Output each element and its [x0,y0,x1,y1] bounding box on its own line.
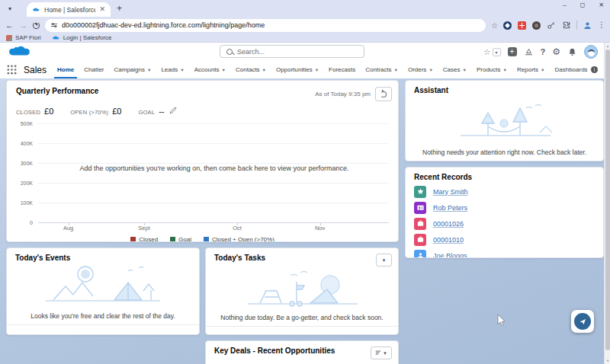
page-scrollbar[interactable]: ▲ ▼ [604,43,610,364]
chevron-down-icon[interactable]: ▼ [541,68,544,72]
bookmark-login-salesforce[interactable]: Login | Salesforce [52,34,112,41]
chat-launcher-button[interactable] [571,310,594,333]
url-text[interactable]: d0o000002fjdhuac-dev-ed.lightning.force.… [62,21,480,29]
nav-tab-accounts[interactable]: Accounts▼ [194,61,226,78]
refresh-icon [380,91,387,97]
performance-stats: CLOSED£0 OPEN (>70%)£0 GOAL-- [7,101,398,116]
nav-tab-opportunities[interactable]: Opportunities▼ [276,61,319,78]
nav-tab-forecasts[interactable]: Forecasts [329,61,355,78]
edit-goal-pencil-icon[interactable] [169,107,177,114]
tab-title: Home | Salesforce [44,6,95,14]
window-maximize-icon[interactable]: ◻ [580,2,586,8]
chevron-down-icon[interactable]: ▼ [147,68,151,72]
tasks-title: Today's Tasks [214,254,265,262]
tasks-empty-message: Nothing due today. Be a go-getter, and c… [206,314,398,326]
nav-tab-chatter[interactable]: Chatter [84,61,104,78]
chevron-down-icon[interactable]: ▼ [315,68,319,72]
chart-x-axis: Aug Sept Oct Nov [44,225,389,234]
bookmark-star-icon[interactable]: ☆ [491,21,498,30]
key-deals-card: Key Deals - Recent Opportunities ▼ No de… [205,340,399,364]
chevron-down-icon[interactable]: ▼ [222,68,226,72]
back-icon[interactable]: ← [5,21,14,30]
user-record-icon [414,250,426,259]
user-avatar[interactable] [584,45,598,59]
nav-tab-contacts[interactable]: Contacts▼ [236,61,266,78]
browser-tab[interactable]: Home | Salesforce ✕ [27,2,111,17]
notifications-bell-icon[interactable] [567,47,577,57]
favorites-star-icon[interactable]: ☆ [483,47,491,57]
nav-tab-cases[interactable]: Cases▼ [443,61,467,78]
recent-records-title: Recent Records [406,168,603,184]
nav-tab-products[interactable]: Products▼ [477,61,507,78]
url-bar[interactable]: d0o000002fjdhuac-dev-ed.lightning.force.… [45,19,486,32]
forward-icon[interactable]: → [19,21,27,30]
key-deals-filter-button[interactable]: ▼ [371,346,392,359]
refresh-button[interactable] [375,87,392,101]
app-name[interactable]: Sales [24,65,47,75]
filter-sort-icon [375,350,381,356]
chevron-down-icon[interactable]: ▼ [463,68,467,72]
nav-tab-contracts[interactable]: Contracts▼ [365,61,398,78]
window-minimize-icon[interactable]: – [563,2,566,8]
browser-menu-icon[interactable]: ⋮ [598,24,601,27]
case-record-icon [414,234,426,246]
record-link[interactable]: Rob Peters [433,204,467,212]
nav-tab-leads[interactable]: Leads▼ [161,61,184,78]
chevron-down-icon[interactable]: ▼ [262,68,266,72]
assistant-illustration [406,94,603,148]
record-link[interactable]: Joe Bloggs [433,252,467,259]
app-launcher-icon[interactable] [7,65,17,75]
setup-gear-icon[interactable]: ⚙ [552,47,560,56]
chevron-down-icon[interactable]: ▼ [180,68,184,72]
window-close-icon[interactable]: ✕ [599,2,604,8]
help-icon[interactable]: ? [541,47,546,56]
sap-fiori-favicon [6,35,12,41]
guidance-center-icon[interactable] [524,47,534,57]
record-link[interactable]: 00001010 [433,236,464,244]
view-calendar-link[interactable]: View Calendar [81,334,125,335]
scroll-up-icon[interactable]: ▲ [605,44,610,48]
briefcase-icon [416,235,425,244]
chevron-down-icon[interactable]: ▼ [503,68,507,72]
send-plane-icon [574,313,591,330]
password-key-icon[interactable] [547,21,556,30]
tasks-dropdown-button[interactable]: ▼ [376,254,392,267]
reload-icon[interactable] [33,22,40,29]
tasks-illustration [206,267,398,314]
record-link[interactable]: Mary Smith [433,188,468,196]
nav-tab-orders[interactable]: Orders▼ [408,61,433,78]
nav-tab-campaigns[interactable]: Campaigns▼ [114,61,152,78]
bookmark-sap-fiori[interactable]: SAP Fiori [6,34,41,41]
nav-info-icon[interactable]: i [591,66,598,73]
extension-dark-icon[interactable] [532,21,541,30]
recent-records-card: Recent Records Mary Smith Rob Peters [405,167,604,258]
scroll-down-icon[interactable]: ▼ [605,359,610,362]
key-deals-title: Key Deals - Recent Opportunities [214,346,335,355]
record-row: Joe Bloggs [406,247,603,258]
scrollbar-thumb[interactable] [605,49,610,350]
new-tab-button[interactable]: + [117,3,122,14]
nav-tab-dashboards[interactable]: Dashboards▼ [554,61,594,78]
global-search-input[interactable]: Search... [220,45,364,58]
tab-search-chevron-icon[interactable]: ▾ [4,2,16,14]
nav-tab-reports[interactable]: Reports▼ [517,61,544,78]
tab-close-icon[interactable]: ✕ [99,6,105,13]
site-settings-icon[interactable] [51,24,57,27]
assistant-empty-message: Nothing needs your attention right now. … [406,148,603,161]
browser-profile-icon[interactable] [583,21,592,30]
extension-red-icon[interactable] [518,21,526,30]
chevron-down-icon[interactable]: ▼ [393,68,397,72]
favorites-control[interactable]: ☆ ▾ [483,47,501,57]
record-link[interactable]: 00001026 [433,220,464,228]
assistant-card: Assistant Nothing nee [405,80,604,161]
lead-record-icon [414,186,426,198]
global-actions-icon[interactable]: + [508,47,517,56]
extensions-puzzle-icon[interactable] [562,21,571,30]
extension-navy-icon[interactable] [503,21,512,30]
favorites-chevron-icon[interactable]: ▾ [493,48,501,56]
legend-swatch-goal [170,237,175,242]
events-title: Today's Events [15,254,70,262]
nav-tab-home[interactable]: Home [57,61,74,78]
chevron-down-icon[interactable]: ▼ [429,68,432,72]
briefcase-icon [416,219,425,228]
